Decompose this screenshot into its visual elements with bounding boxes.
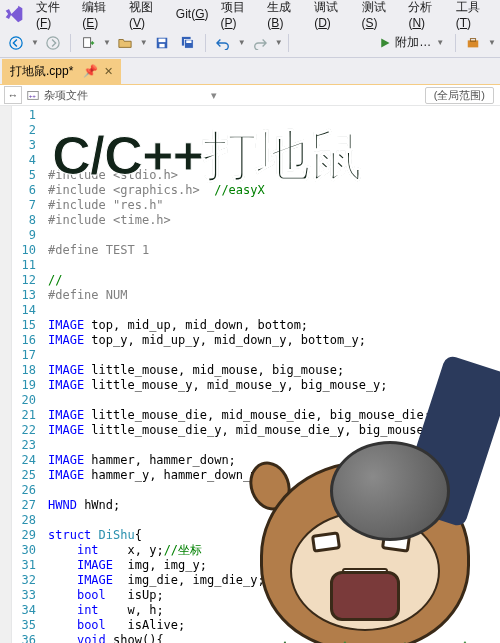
toolbar-separator (455, 34, 456, 52)
svg-point-0 (10, 36, 22, 48)
margin (0, 106, 12, 643)
menu-bar: 文件(F) 编辑(E) 视图(V) Git(G) 项目(P) 生成(B) 调试(… (0, 0, 500, 28)
chevron-down-icon[interactable]: ▼ (31, 38, 39, 47)
toolbar-separator (288, 34, 289, 52)
menu-tools[interactable]: 工具(T) (450, 0, 496, 34)
chevron-down-icon[interactable]: ▼ (488, 38, 496, 47)
svg-point-1 (47, 36, 59, 48)
menu-test[interactable]: 测试(S) (356, 0, 403, 34)
context-label[interactable]: 杂项文件 (44, 88, 88, 103)
code-line[interactable]: #define NUM (48, 288, 500, 303)
svg-rect-10 (470, 38, 475, 41)
run-label: 附加… (395, 34, 431, 51)
overlay-title: C/C++打地鼠 (52, 148, 362, 163)
toolbar-separator (205, 34, 206, 52)
menu-build[interactable]: 生成(B) (261, 0, 308, 34)
menu-view[interactable]: 视图(V) (123, 0, 170, 34)
play-icon (379, 37, 391, 49)
code-line[interactable]: #include <time.h> (48, 213, 500, 228)
tab-label: 打地鼠.cpp* (10, 63, 73, 80)
chevron-down-icon[interactable]: ▼ (103, 38, 111, 47)
chevron-down-icon[interactable]: ▼ (238, 38, 246, 47)
code-line[interactable] (48, 258, 500, 273)
undo-button[interactable] (211, 31, 235, 55)
tab-bar: 打地鼠.cpp* 📌 ✕ (0, 58, 500, 84)
vs-logo-icon (4, 3, 24, 25)
chevron-down-icon: ▼ (436, 38, 444, 47)
toolbox-button[interactable] (461, 31, 485, 55)
code-line[interactable]: #define TEST 1 (48, 243, 500, 258)
cartoon-overlay (210, 351, 500, 643)
save-button[interactable] (150, 31, 174, 55)
redo-button[interactable] (248, 31, 272, 55)
chevron-down-icon[interactable]: ▼ (140, 38, 148, 47)
code-line[interactable] (48, 228, 500, 243)
pin-icon[interactable]: 📌 (83, 64, 98, 78)
menu-project[interactable]: 项目(P) (215, 0, 262, 34)
menu-git[interactable]: Git(G) (170, 3, 215, 25)
menu-edit[interactable]: 编辑(E) (76, 0, 123, 34)
svg-rect-5 (159, 43, 164, 47)
new-file-button[interactable] (76, 31, 100, 55)
menu-debug[interactable]: 调试(D) (308, 0, 355, 34)
nav-fwd-button[interactable] (41, 31, 65, 55)
menu-analyze[interactable]: 分析(N) (402, 0, 449, 34)
save-all-button[interactable] (176, 31, 200, 55)
code-editor[interactable]: 1234567891011121314151617181920212223242… (0, 106, 500, 643)
cpp-file-icon: ++ (26, 88, 40, 102)
svg-rect-2 (84, 37, 91, 47)
code-line[interactable]: #include <graphics.h> //easyX (48, 183, 500, 198)
tab-active[interactable]: 打地鼠.cpp* 📌 ✕ (2, 59, 121, 84)
code-area[interactable]: C/C++打地鼠 #include <stdio.h>#include <gra… (42, 106, 500, 643)
code-line[interactable] (48, 303, 500, 318)
code-line[interactable]: IMAGE top_y, mid_up_y, mid_down_y, botto… (48, 333, 500, 348)
menu-file[interactable]: 文件(F) (30, 0, 76, 34)
toolbar-separator (70, 34, 71, 52)
chevron-down-icon[interactable]: ▼ (275, 38, 283, 47)
close-icon[interactable]: ✕ (104, 65, 113, 78)
nav-left-button[interactable]: ↔ (4, 86, 22, 104)
attach-run-button[interactable]: 附加… ▼ (373, 32, 450, 53)
toolbar: ▼ ▼ ▼ ▼ ▼ 附加… ▼ ▼ (0, 28, 500, 58)
code-line[interactable]: IMAGE top, mid_up, mid_down, bottom; (48, 318, 500, 333)
code-line[interactable]: // (48, 273, 500, 288)
code-line[interactable]: #include "res.h" (48, 198, 500, 213)
line-gutter: 1234567891011121314151617181920212223242… (12, 106, 42, 643)
svg-text:++: ++ (29, 92, 37, 99)
context-bar: ↔ ++ 杂项文件 ▾ (全局范围) (0, 84, 500, 106)
scope-dropdown[interactable]: (全局范围) (425, 87, 494, 104)
open-file-button[interactable] (113, 31, 137, 55)
nav-back-button[interactable] (4, 31, 28, 55)
svg-rect-8 (186, 40, 191, 43)
svg-rect-4 (158, 38, 165, 42)
